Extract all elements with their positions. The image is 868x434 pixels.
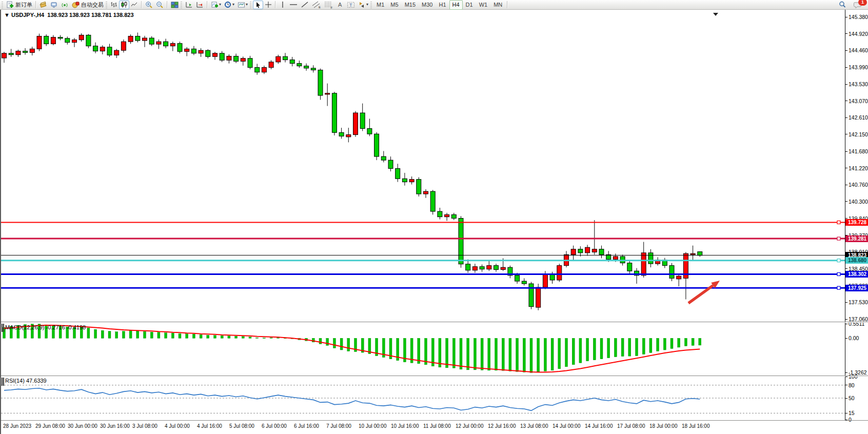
new-order-icon [6, 1, 14, 9]
arrow-annotation[interactable] [688, 281, 720, 303]
rsi-pane-grip [3, 378, 4, 386]
rsi-value: 47.6339 [26, 378, 47, 384]
macd-label[interactable]: MACD(12,26,9) -0.2716 -0.4198 [5, 324, 86, 330]
time-axis-label: 4 Jul 16:00 [197, 423, 222, 429]
zoom-in-button[interactable] [144, 1, 154, 9]
autotrade-button[interactable]: 自动交易 [70, 1, 105, 9]
timeframe-m30[interactable]: M30 [419, 0, 436, 10]
signals-button[interactable] [60, 1, 70, 9]
rsi-tick-mark [845, 413, 847, 413]
rsi-tick-mark [845, 385, 847, 385]
zoom-in-icon [145, 1, 153, 9]
time-axis-label: 10 Jul 00:00 [359, 423, 387, 429]
chart-title[interactable]: ▼ USDJPY-,H4 138.923 138.923 138.781 138… [4, 12, 134, 18]
toolbar-separator [507, 1, 508, 8]
svg-text:A: A [338, 2, 342, 8]
time-axis-label: 14 Jul 16:00 [585, 423, 613, 429]
new-order-button[interactable]: 新订单 [5, 1, 34, 9]
hline-price-label[interactable]: 138.302 [845, 271, 868, 278]
price-tick-mark [845, 201, 847, 202]
toolbar: 新订单 自动交易 [0, 0, 868, 10]
shapes-button[interactable]: ▾ [357, 1, 370, 9]
bar-chart-button[interactable] [109, 1, 119, 9]
timeframe-m5[interactable]: M5 [387, 0, 401, 10]
candlestick-chart-button[interactable] [119, 1, 129, 9]
rsi-label[interactable]: RSI(14) 47.6339 [5, 378, 47, 384]
trendline-icon [301, 1, 309, 8]
toolbar-separator [207, 1, 208, 8]
price-tick-label: 141.220 [849, 166, 868, 171]
horizontal-line-button[interactable] [288, 1, 299, 9]
macd-series [3, 324, 701, 373]
equidistant-channel-button[interactable]: E [310, 1, 323, 9]
toolbar-grip [181, 2, 182, 8]
hline-price-label[interactable]: 137.925 [845, 285, 868, 291]
macd-tick-label: 0.00 [849, 336, 859, 341]
new-chart-icon [211, 1, 219, 9]
toolbar-separator [141, 1, 142, 8]
autotrade-icon [72, 1, 80, 9]
horizontal-lines [1, 221, 845, 289]
macd-pane-grip [2, 324, 3, 332]
line-chart-icon [131, 1, 138, 8]
text-button[interactable]: A [335, 1, 345, 9]
notification-badge: 1 [858, 0, 867, 6]
hline-price-label[interactable]: 138.680 [845, 257, 868, 264]
mt4-window: 新订单 自动交易 [0, 0, 868, 434]
autoscroll-button[interactable] [184, 1, 194, 9]
time-axis-label: 4 Jul 00:00 [165, 423, 190, 429]
market-button[interactable] [38, 1, 49, 9]
label-button[interactable]: T [345, 1, 357, 9]
hline-price-label[interactable]: 139.281 [845, 235, 868, 242]
timeframe-m1[interactable]: M1 [373, 0, 387, 10]
vps-icon [50, 1, 58, 9]
timeframe-w1[interactable]: W1 [476, 0, 491, 10]
new-chart-button[interactable]: ▾ [209, 1, 223, 9]
toolbar-grip [370, 2, 372, 8]
symbol-timeframe: USDJPY-,H4 [11, 12, 44, 18]
svg-text:E: E [319, 6, 321, 9]
trendline-button[interactable] [299, 1, 310, 9]
autotrade-label: 自动交易 [81, 1, 104, 9]
price-tick-mark [845, 84, 847, 85]
candlestick-chart-icon [121, 1, 128, 8]
line-chart-button[interactable] [129, 1, 140, 9]
hline-price-label[interactable]: 139.728 [845, 219, 868, 226]
vps-button[interactable] [49, 1, 60, 9]
timeframe-h1[interactable]: H1 [436, 0, 449, 10]
macd-tick-mark [845, 338, 847, 339]
templates-button[interactable]: ▾ [236, 1, 249, 9]
time-axis-label: 28 Jun 2023 [3, 423, 31, 429]
tile-windows-icon [171, 1, 179, 9]
zoom-out-button[interactable] [154, 1, 165, 9]
chart-shift-button[interactable] [194, 1, 205, 9]
timeframe-m15[interactable]: M15 [402, 0, 419, 10]
price-tick-label: 143.990 [849, 65, 868, 70]
time-axis-label: 11 Jul 08:00 [423, 423, 451, 429]
time-axis-label: 6 Jul 16:00 [294, 423, 319, 429]
price-tick-mark [845, 67, 847, 68]
timeframe-h4[interactable]: H4 [449, 0, 463, 10]
price-tick-mark [845, 151, 847, 152]
vertical-line-button[interactable] [278, 1, 288, 9]
dropdown-caret: ▾ [219, 3, 221, 7]
symbol-dropdown-caret[interactable]: ▼ [4, 12, 11, 18]
chart-canvas[interactable] [1, 10, 845, 421]
toolbar-separator [167, 1, 168, 8]
fibonacci-icon: F [324, 1, 333, 9]
macd-name: MACD(12,26,9) [5, 324, 44, 330]
crosshair-button[interactable] [263, 1, 273, 9]
tile-windows-button[interactable] [169, 1, 180, 9]
fibonacci-button[interactable]: F [323, 1, 335, 9]
time-axis-label: 29 Jun 08:00 [35, 423, 65, 429]
svg-text:F: F [331, 6, 333, 9]
search-button[interactable] [837, 1, 848, 9]
periods-button[interactable]: ▾ [223, 1, 236, 9]
dropdown-caret: ▾ [232, 3, 234, 7]
notifications-button[interactable]: 1 [852, 1, 864, 9]
timeframe-mn[interactable]: MN [490, 0, 505, 10]
timeframe-d1[interactable]: D1 [463, 0, 476, 10]
cursor-button[interactable] [253, 1, 263, 9]
chart-window[interactable]: 145.380144.920144.460143.990143.530143.0… [0, 10, 868, 434]
time-axis-label: 7 Jul 08:00 [326, 423, 351, 429]
